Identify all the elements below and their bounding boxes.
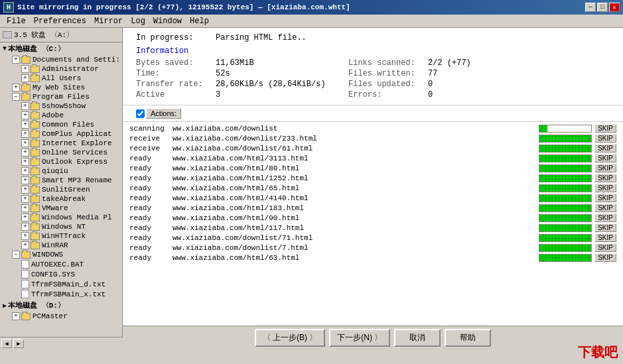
tree-outlook[interactable]: + Outlook Express — [0, 157, 122, 166]
tree-takeabreak[interactable]: + takeAbreak — [0, 194, 122, 204]
tree-programfiles[interactable]: – Program Files — [0, 92, 122, 101]
dl-skip-12[interactable]: SKIP — [594, 243, 616, 252]
dl-status-6: ready — [129, 184, 173, 192]
folder-icon-pcmaster — [21, 313, 31, 320]
folder-icon-windows — [21, 251, 31, 259]
expand-icon-winrar[interactable]: + — [21, 241, 29, 249]
expand-icon-qiuqiu[interactable]: + — [21, 167, 29, 175]
next-button[interactable]: 下一步(N) 〉 — [329, 329, 390, 347]
dl-skip-2[interactable]: SKIP — [594, 144, 616, 152]
tree-vmware[interactable]: + VMware — [0, 204, 122, 213]
tree-administrator[interactable]: + Administrator — [0, 64, 122, 74]
drive-c-item[interactable]: ▼ 本地磁盘 〈C:〉 — [0, 42, 122, 55]
menu-mirror[interactable]: Mirror — [90, 16, 127, 27]
cancel-button[interactable]: 取消 — [394, 329, 441, 347]
expand-icon-windowsmedia[interactable]: + — [21, 213, 29, 221]
tree-online-services[interactable]: + Online Services — [0, 148, 122, 157]
expand-icon-pcmaster[interactable]: + — [12, 312, 20, 320]
expand-icon-vmware[interactable]: + — [21, 204, 29, 212]
dl-skip-10[interactable]: SKIP — [594, 223, 616, 232]
title-bar: H Site mirroring in progress [2/2 (+77),… — [0, 0, 623, 15]
help-button[interactable]: 帮助 — [445, 329, 491, 347]
download-list[interactable]: scanning ww.xiaziaba.com/downlist SKIP r… — [123, 121, 623, 326]
expand-icon-sunlit[interactable]: + — [21, 186, 29, 194]
dl-skip-5[interactable]: SKIP — [594, 174, 616, 182]
dl-skip-3[interactable]: SKIP — [594, 154, 616, 162]
tree-tfrm-x[interactable]: TfrmFSBMain_x.txt — [0, 289, 122, 299]
menu-log[interactable]: Log — [127, 16, 149, 27]
tree-windows-media[interactable]: + Windows Media Pl — [0, 213, 122, 222]
expand-icon-programfiles[interactable]: – — [12, 93, 20, 101]
expand-icon-admin[interactable]: + — [21, 65, 29, 73]
tree-winhttrack[interactable]: + WinHTTrack — [0, 231, 122, 241]
dl-progress-0 — [539, 125, 592, 133]
menu-help[interactable]: Help — [186, 16, 213, 27]
minimize-button[interactable]: — — [585, 3, 596, 12]
dl-skip-8[interactable]: SKIP — [594, 204, 616, 212]
left-panel-wrapper: 3.5 软盘 〈A:〉 ▼ 本地磁盘 〈C:〉 + Documents and … — [0, 28, 123, 349]
dl-skip-7[interactable]: SKIP — [594, 194, 616, 202]
close-button[interactable]: ✕ — [609, 3, 620, 12]
tree-commonfiles[interactable]: + Common Files — [0, 120, 122, 129]
dl-skip-13[interactable]: SKIP — [594, 253, 616, 262]
tree-tfrm-d[interactable]: TfrmFSBMain_d.txt — [0, 279, 122, 289]
dl-url-3: www.xiaziaba.com/html/3113.html — [173, 154, 536, 162]
tree-adobe[interactable]: + Adobe — [0, 111, 122, 120]
tree-winrar[interactable]: + WinRAR — [0, 241, 122, 250]
dl-progress-fill-10 — [539, 225, 591, 231]
tree-sunlit[interactable]: + SunlitGreen — [0, 185, 122, 194]
dl-skip-1[interactable]: SKIP — [594, 134, 616, 143]
menu-preferences[interactable]: Preferences — [30, 16, 90, 27]
expand-icon-takeabreak[interactable]: + — [21, 195, 29, 203]
menu-window[interactable]: Window — [149, 16, 186, 27]
expand-icon-windowsnt[interactable]: + — [21, 223, 29, 231]
folder-label-programfiles: Program Files — [33, 93, 90, 101]
expand-icon-complus[interactable]: + — [21, 130, 29, 138]
tree-5show[interactable]: + 5show5show — [0, 101, 122, 111]
actions-checkbox[interactable] — [136, 109, 145, 118]
expand-icon-mywebsites[interactable]: + — [12, 84, 20, 91]
dl-progress-fill-7 — [539, 195, 591, 202]
tree-smart-mp3[interactable]: + Smart MP3 Rename — [0, 176, 122, 185]
expand-icon-online[interactable]: + — [21, 149, 29, 156]
dl-skip-4[interactable]: SKIP — [594, 164, 616, 172]
download-row-7: ready www.xiaziaba.com/html/4140.html SK… — [129, 193, 616, 203]
prev-button[interactable]: 〈 上一步(B) 〉 — [255, 329, 326, 347]
expand-icon-outlook[interactable]: + — [21, 158, 29, 166]
tree-allusers[interactable]: + All Users — [0, 74, 122, 83]
maximize-button[interactable]: □ — [597, 3, 608, 12]
tree-mywebsites[interactable]: + My Web Sites — [0, 83, 122, 92]
tree-complus[interactable]: + ComPlus Applicat — [0, 129, 122, 139]
tree-pcmaster[interactable]: + PCMaster — [0, 312, 122, 321]
tree-qiuqiu[interactable]: + qiuqiu — [0, 166, 122, 176]
dl-progress-8 — [539, 204, 592, 212]
actions-button[interactable]: Actions: — [146, 108, 181, 119]
tree-config[interactable]: CONFIG.SYS — [0, 269, 122, 279]
tree-documents[interactable]: + Documents and Setti: — [0, 55, 122, 64]
expand-icon-ie[interactable]: + — [21, 139, 29, 147]
dl-skip-11[interactable]: SKIP — [594, 233, 616, 242]
tree-nav-prev[interactable]: ◀ — [1, 339, 12, 348]
tree-internet-explorer[interactable]: + Internet Explore — [0, 139, 122, 148]
progress-row: In progress: Parsing HTML file.. — [136, 33, 610, 42]
expand-icon-5show[interactable]: + — [21, 102, 29, 110]
tree-windows[interactable]: – WINDOWS — [0, 250, 122, 259]
expand-icon-adobe[interactable]: + — [21, 111, 29, 119]
expand-icon-commonfiles[interactable]: + — [21, 121, 29, 129]
tree-nav-next[interactable]: ▶ — [13, 339, 24, 348]
expand-icon-smartmp3[interactable]: + — [21, 176, 29, 184]
dl-skip-6[interactable]: SKIP — [594, 184, 616, 192]
expand-icon-winhttrack[interactable]: + — [21, 232, 29, 240]
expand-icon-documents[interactable]: + — [12, 56, 20, 64]
file-icon-tfrm-x — [21, 290, 29, 298]
dl-skip-9[interactable]: SKIP — [594, 213, 616, 222]
folder-icon-winrar — [31, 242, 40, 249]
menu-file[interactable]: File — [3, 16, 30, 27]
expand-icon-windows[interactable]: – — [12, 251, 20, 259]
dl-skip-0[interactable]: SKIP — [594, 124, 616, 133]
file-tree-scroll[interactable]: ▼ 本地磁盘 〈C:〉 + Documents and Setti: + Adm… — [0, 42, 122, 337]
tree-windows-nt[interactable]: + Windows NT — [0, 222, 122, 231]
tree-autoexec[interactable]: AUTOEXEC.BAT — [0, 259, 122, 269]
drive-d-item[interactable]: ▶ 本地磁盘 〈D:〉 — [0, 299, 122, 312]
expand-icon-allusers[interactable]: + — [21, 74, 29, 82]
